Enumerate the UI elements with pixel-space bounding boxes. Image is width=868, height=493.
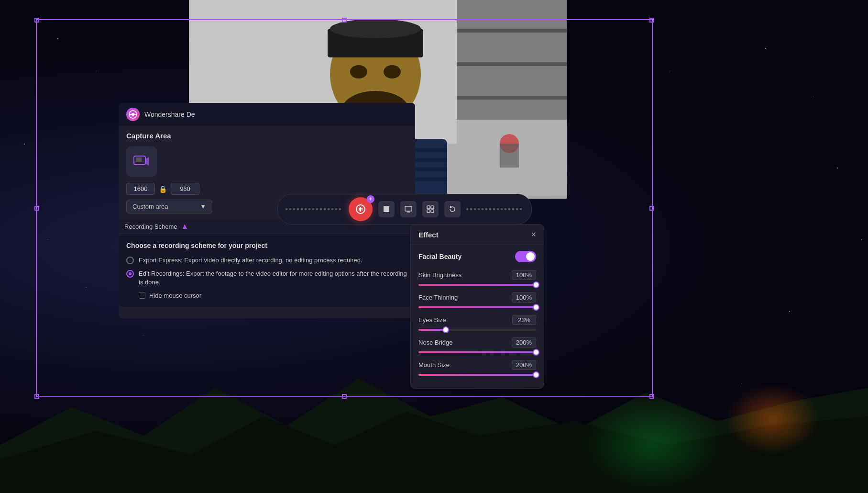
svg-line-31: [360, 208, 362, 209]
radio-option-export-express[interactable]: Export Express: Export video directly af…: [126, 256, 407, 265]
refresh-button[interactable]: [444, 201, 461, 217]
svg-rect-5: [457, 62, 567, 66]
scheme-arrow: ▲: [181, 222, 189, 231]
hide-cursor-checkbox[interactable]: [139, 292, 145, 299]
face-thinning-section: Face Thinning 100%: [418, 292, 536, 308]
star: [765, 48, 766, 49]
skin-brightness-fill: [418, 284, 536, 286]
recording-scheme-label: Recording Scheme: [124, 223, 177, 230]
nose-bridge-track[interactable]: [418, 351, 536, 353]
effect-body: Facial Beauty Skin Brightness 100% Face …: [411, 245, 544, 388]
export-express-label: Export Express: Export video directly af…: [139, 256, 363, 265]
lock-icon: 🔒: [159, 185, 167, 193]
svg-point-13: [384, 65, 401, 78]
height-input[interactable]: [171, 183, 199, 195]
star: [789, 311, 790, 312]
width-input[interactable]: [126, 183, 155, 195]
eyes-size-value: 23%: [512, 315, 536, 325]
mouth-size-track[interactable]: [418, 374, 536, 376]
edit-recordings-label: Edit Recordings: Export the footage to t…: [139, 269, 407, 287]
radio-edit-recordings[interactable]: [126, 270, 134, 278]
hide-cursor-row[interactable]: Hide mouse cursor: [139, 292, 407, 299]
face-thinning-fill: [418, 306, 536, 308]
svg-rect-27: [136, 157, 142, 162]
recording-toolbar: +: [277, 194, 532, 224]
effect-close-button[interactable]: ×: [531, 230, 536, 239]
eyes-size-label: Eyes Size: [418, 316, 446, 324]
nose-bridge-fill: [418, 351, 536, 353]
nose-bridge-value: 200%: [512, 337, 536, 347]
eyes-size-section: Eyes Size 23%: [418, 315, 536, 331]
resolution-row: 🔒: [126, 183, 407, 195]
face-thinning-header: Face Thinning 100%: [418, 292, 536, 303]
eyes-size-thumb[interactable]: [442, 326, 449, 333]
app-title: Wondershare De: [144, 111, 195, 118]
facial-beauty-toggle[interactable]: [515, 251, 536, 262]
layout-button[interactable]: [422, 201, 439, 217]
timeline-dots-left: [286, 208, 343, 210]
svg-rect-38: [427, 210, 430, 213]
timeline-right: [466, 208, 524, 210]
glow-orange: [725, 383, 820, 455]
facial-beauty-label: Facial Beauty: [418, 253, 461, 260]
stop-button[interactable]: [378, 201, 395, 217]
skin-brightness-header: Skin Brightness 100%: [418, 270, 536, 280]
svg-point-11: [330, 19, 421, 38]
star: [57, 38, 58, 39]
svg-rect-32: [384, 206, 389, 212]
mouth-size-thumb[interactable]: [533, 371, 539, 378]
eyes-size-track[interactable]: [418, 329, 536, 331]
radio-export-express[interactable]: [126, 257, 134, 264]
face-thinning-track[interactable]: [418, 306, 536, 308]
mouth-size-value: 200%: [512, 360, 536, 370]
mouth-size-label: Mouth Size: [418, 361, 450, 369]
star: [813, 96, 813, 96]
record-button[interactable]: +: [349, 197, 373, 221]
face-thinning-thumb[interactable]: [533, 304, 539, 311]
scheme-section-title: Choose a recording scheme for your proje…: [126, 242, 407, 249]
star: [670, 72, 670, 72]
face-thinning-label: Face Thinning: [418, 294, 458, 301]
app-logo-icon: [126, 108, 140, 121]
svg-rect-4: [457, 29, 567, 33]
nose-bridge-section: Nose Bridge 200%: [418, 337, 536, 353]
star: [48, 239, 48, 240]
svg-rect-39: [431, 210, 434, 213]
effect-title: Effect: [418, 231, 439, 239]
effect-header: Effect ×: [411, 224, 544, 245]
capture-area-title: Capture Area: [126, 132, 407, 140]
skin-brightness-thumb[interactable]: [533, 281, 539, 288]
svg-rect-33: [405, 206, 412, 211]
star: [86, 287, 87, 288]
face-thinning-value: 100%: [512, 292, 536, 303]
skin-brightness-section: Skin Brightness 100%: [418, 270, 536, 286]
skin-brightness-label: Skin Brightness: [418, 271, 461, 279]
nose-bridge-thumb[interactable]: [533, 349, 539, 356]
star: [861, 239, 862, 240]
star: [96, 72, 96, 72]
plus-badge: +: [367, 195, 374, 203]
nose-bridge-header: Nose Bridge 200%: [418, 337, 536, 347]
capture-icon-button[interactable]: [126, 146, 157, 177]
svg-rect-21: [500, 144, 519, 168]
svg-point-23: [132, 113, 134, 116]
star: [143, 335, 144, 336]
mouth-size-fill: [418, 374, 536, 376]
star: [24, 144, 25, 145]
eyes-size-header: Eyes Size 23%: [418, 315, 536, 325]
facial-beauty-row: Facial Beauty: [418, 251, 536, 262]
svg-rect-6: [457, 96, 567, 100]
screen-button[interactable]: [400, 201, 417, 217]
timeline-left: [286, 208, 343, 210]
capture-area-dropdown[interactable]: Custom area ▼: [126, 200, 212, 213]
facial-beauty-knob: [526, 252, 535, 261]
svg-point-12: [350, 65, 367, 78]
mouth-size-header: Mouth Size 200%: [418, 360, 536, 370]
svg-rect-3: [457, 0, 567, 120]
skin-brightness-track[interactable]: [418, 284, 536, 286]
radio-option-edit-recordings[interactable]: Edit Recordings: Export the footage to t…: [126, 269, 407, 287]
nose-bridge-label: Nose Bridge: [418, 339, 453, 346]
recording-scheme-section: Choose a recording scheme for your proje…: [119, 234, 415, 307]
effect-panel: Effect × Facial Beauty Skin Brightness 1…: [410, 224, 544, 389]
app-titlebar: Wondershare De: [119, 103, 415, 126]
